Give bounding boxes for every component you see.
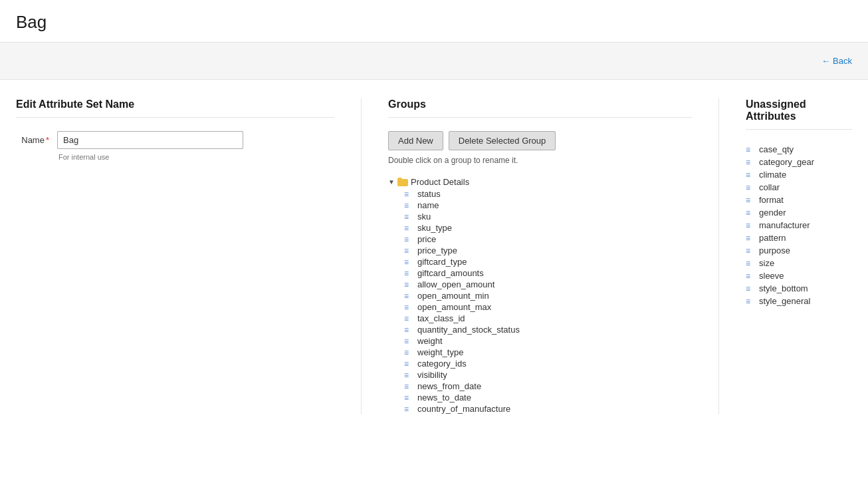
attribute-icon bbox=[404, 393, 415, 403]
attribute-icon bbox=[404, 371, 415, 380]
attribute-icon bbox=[746, 158, 756, 167]
attribute-icon bbox=[404, 359, 415, 369]
attribute-icon bbox=[404, 201, 415, 210]
attribute-name: news_from_date bbox=[417, 381, 481, 391]
tree-item: sku bbox=[404, 211, 692, 222]
attribute-icon bbox=[746, 145, 756, 154]
unassigned-item: sleeve bbox=[746, 269, 852, 282]
unassigned-attribute-name: manufacturer bbox=[759, 220, 810, 230]
tree-children: statusnameskusku_typepriceprice_typegift… bbox=[388, 188, 692, 414]
attribute-icon bbox=[746, 271, 756, 281]
action-bar: ← Back bbox=[0, 43, 868, 80]
tree-item: weight_type bbox=[404, 347, 692, 358]
attribute-name: open_amount_max bbox=[417, 302, 491, 312]
groups-section: Groups Add New Delete Selected Group Dou… bbox=[362, 98, 719, 414]
attribute-icon bbox=[746, 246, 756, 255]
attribute-icon bbox=[404, 325, 415, 335]
attribute-icon bbox=[404, 291, 415, 301]
attribute-icon bbox=[404, 257, 415, 267]
attribute-icon bbox=[404, 269, 415, 278]
attribute-icon bbox=[404, 348, 415, 357]
attribute-icon bbox=[404, 280, 415, 289]
back-arrow-icon: ← bbox=[821, 56, 830, 66]
attribute-icon bbox=[746, 196, 756, 205]
groups-section-title: Groups bbox=[388, 98, 692, 118]
unassigned-item: format bbox=[746, 194, 852, 206]
unassigned-section: Unassigned Attributes case_qtycategory_g… bbox=[719, 98, 852, 414]
attribute-name: visibility bbox=[417, 370, 447, 380]
tree-item: name bbox=[404, 200, 692, 211]
unassigned-item: pattern bbox=[746, 232, 852, 244]
attribute-icon bbox=[746, 183, 756, 192]
unassigned-item: size bbox=[746, 257, 852, 269]
attribute-name: tax_class_id bbox=[417, 313, 465, 323]
product-details-group[interactable]: ▼ Product Details bbox=[388, 176, 692, 188]
group-name: Product Details bbox=[411, 177, 469, 187]
attribute-name: giftcard_amounts bbox=[417, 268, 484, 278]
attribute-name: weight bbox=[417, 336, 443, 346]
name-input[interactable] bbox=[57, 131, 243, 149]
groups-actions: Add New Delete Selected Group bbox=[388, 131, 692, 150]
attribute-name: status bbox=[417, 189, 441, 199]
tree-item: price_type bbox=[404, 245, 692, 256]
back-label: Back bbox=[833, 56, 852, 66]
tree-group-item: ▼ Product Details statusnameskusku_typep… bbox=[388, 176, 692, 414]
attribute-name: open_amount_min bbox=[417, 291, 489, 301]
attribute-name: name bbox=[417, 200, 439, 210]
tree-item: status bbox=[404, 188, 692, 200]
attribute-name: price bbox=[417, 234, 436, 244]
unassigned-attribute-name: purpose bbox=[759, 245, 790, 255]
name-form-row: Name* bbox=[16, 131, 334, 149]
attribute-name: weight_type bbox=[417, 347, 463, 357]
unassigned-attribute-name: sleeve bbox=[759, 271, 784, 281]
unassigned-attribute-name: case_qty bbox=[759, 144, 794, 154]
unassigned-item: gender bbox=[746, 206, 852, 219]
tree-item: visibility bbox=[404, 369, 692, 381]
unassigned-attribute-name: pattern bbox=[759, 233, 786, 243]
unassigned-item: style_bottom bbox=[746, 282, 852, 295]
attribute-name: allow_open_amount bbox=[417, 279, 494, 289]
attribute-icon bbox=[746, 170, 756, 180]
attribute-name: country_of_manufacture bbox=[417, 404, 510, 414]
unassigned-item: case_qty bbox=[746, 143, 852, 156]
name-hint: For internal use bbox=[58, 153, 334, 161]
tree-item: giftcard_amounts bbox=[404, 267, 692, 279]
attribute-icon bbox=[746, 297, 756, 306]
unassigned-attribute-name: category_gear bbox=[759, 157, 814, 167]
unassigned-attribute-name: style_bottom bbox=[759, 283, 808, 293]
tree-item: news_to_date bbox=[404, 392, 692, 403]
attribute-icon bbox=[404, 404, 415, 414]
unassigned-list: case_qtycategory_gearclimatecollarformat… bbox=[746, 143, 852, 307]
unassigned-item: manufacturer bbox=[746, 219, 852, 232]
attribute-icon bbox=[746, 221, 756, 230]
tree-item: allow_open_amount bbox=[404, 279, 692, 290]
edit-section-title: Edit Attribute Set Name bbox=[16, 98, 334, 118]
attribute-icon bbox=[746, 259, 756, 268]
attribute-icon bbox=[404, 212, 415, 222]
attribute-icon bbox=[404, 337, 415, 346]
back-button[interactable]: ← Back bbox=[821, 56, 852, 66]
attribute-name: price_type bbox=[417, 245, 457, 255]
delete-selected-group-button[interactable]: Delete Selected Group bbox=[449, 131, 556, 150]
tree-item: open_amount_max bbox=[404, 301, 692, 313]
unassigned-attribute-name: collar bbox=[759, 182, 780, 192]
add-new-button[interactable]: Add New bbox=[388, 131, 443, 150]
folder-icon bbox=[397, 178, 408, 186]
required-star: * bbox=[46, 135, 49, 145]
attribute-icon bbox=[746, 208, 756, 218]
edit-attribute-section: Edit Attribute Set Name Name* For intern… bbox=[16, 98, 362, 414]
tree-item: news_from_date bbox=[404, 381, 692, 392]
attribute-name: quantity_and_stock_status bbox=[417, 325, 520, 335]
unassigned-item: purpose bbox=[746, 244, 852, 257]
unassigned-item: climate bbox=[746, 168, 852, 181]
tree-item: sku_type bbox=[404, 222, 692, 234]
tree-item: category_ids bbox=[404, 358, 692, 369]
unassigned-item: style_general bbox=[746, 295, 852, 307]
page-title: Bag bbox=[16, 12, 852, 33]
attribute-icon bbox=[746, 234, 756, 243]
tree-item: price bbox=[404, 234, 692, 245]
unassigned-attribute-name: gender bbox=[759, 208, 786, 218]
attribute-icon bbox=[404, 303, 415, 312]
attribute-icon bbox=[404, 246, 415, 255]
tree-item: quantity_and_stock_status bbox=[404, 324, 692, 335]
